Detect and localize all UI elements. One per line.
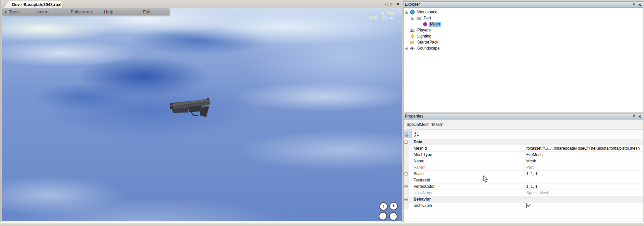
prop-row-textureid: TextureId [404,177,643,183]
tree-item-lighting[interactable]: Lighting [405,33,432,39]
3d-viewport[interactable]: x Tools Insert Fullscreen Help... Exit 0… [2,8,402,222]
expand-icon[interactable] [405,185,408,188]
prop-name: VertexColor [409,183,525,190]
bottom-taskbar-edge [0,222,644,226]
game-menu-bar: x Tools Insert Fullscreen Help... Exit [2,8,169,15]
selected-object-label: SpecialMesh "Mesh" [404,120,643,130]
prop-name: Parent [409,164,525,171]
tab-scroll-left-icon[interactable]: ◁ [385,1,388,7]
pin-icon[interactable] [632,3,636,7]
prop-name: MeshId [409,145,525,152]
players-icon [410,28,415,33]
explorer-close-icon[interactable]: ✕ [638,2,641,7]
fps-counter: 0 fps 2009.91 ms [368,11,395,20]
prop-row-meshid: MeshId rbxasset://../../../shareddata/Ri… [404,145,643,152]
properties-title: Properties [405,114,423,119]
explorer-panel: Explorer ✕ Workspac [403,1,643,112]
tab-close-icon[interactable]: ✕ [396,1,399,7]
tree-item-label[interactable]: Workspace [416,10,438,15]
tree-item-mesh[interactable]: Mesh [418,21,441,27]
explorer-header: Explorer ✕ [403,1,643,8]
tree-item-label[interactable]: StarterPack [416,40,439,45]
properties-header: Properties ✕ [403,113,643,120]
properties-toolbar: A Z [404,130,643,139]
prop-value[interactable]: 1, 1, 1 [525,171,643,177]
soundscape-icon [410,46,415,51]
prop-value[interactable] [525,177,643,183]
alphabetical-sort-button[interactable]: A Z [413,131,420,138]
prop-row-classname: className SpecialMesh [404,190,643,196]
pin-icon[interactable] [632,115,636,119]
prop-value: Part [525,164,643,171]
prop-value [525,203,643,209]
explorer-tree: Workspace Part [403,8,643,112]
prop-row-parent: Parent Part [404,164,643,171]
document-tab[interactable]: Dev - Baseplate2048.rbxl [4,1,63,8]
properties-panel: Properties ✕ SpecialMesh "Mesh" [403,113,643,222]
tree-item-label[interactable]: Part [423,16,432,21]
prop-row-name: Name Mesh [404,158,643,164]
prop-name: TextureId [409,177,525,183]
starterpack-icon [410,40,415,45]
part-icon [416,16,421,21]
lighting-icon [410,34,415,39]
prop-name: Scale [409,171,525,177]
prop-value[interactable]: rbxasset://../../../shareddata/RiseOfThe… [525,145,643,152]
category-label: Data [409,139,525,145]
zoom-out-button[interactable]: − [389,212,397,221]
prop-value[interactable]: FileMesh [525,152,643,158]
tree-item-label[interactable]: Mesh [429,22,441,27]
expand-icon[interactable] [405,47,408,50]
menu-item-exit[interactable]: Exit [143,8,151,15]
zoom-in-button[interactable]: + [389,202,398,210]
tree-item-players[interactable]: Players [405,27,432,33]
menu-item-fullscreen[interactable]: Fullscreen [71,8,92,15]
prop-name: className [409,190,525,196]
category-behavior[interactable]: Behavior [404,196,643,203]
camera-down-button[interactable]: ↓ [379,212,387,220]
menu-close-icon[interactable]: x [5,8,7,15]
tab-controls: ◁ ▷ ✕ [383,1,401,7]
explorer-title: Explorer [405,2,420,7]
expand-icon[interactable] [411,17,414,20]
category-data[interactable]: Data [404,139,643,145]
mouse-cursor [483,175,488,183]
tree-item-part[interactable]: Part [411,15,432,21]
roblox-studio-screen: Dev - Baseplate2048.rbxl ◁ ▷ ✕ x Tools I… [0,0,644,226]
expand-icon[interactable] [405,172,408,175]
menu-item-tools[interactable]: Tools [9,8,20,15]
prop-value[interactable]: Mesh [525,158,643,164]
prop-name: Name [409,158,525,164]
camera-controls: ↑ + ↓ − [377,202,400,222]
archivable-checkbox[interactable] [526,203,527,208]
fps-value: 0 fps [368,11,395,16]
categorized-view-button[interactable] [405,131,412,138]
pistol-mesh[interactable] [168,97,213,118]
camera-up-button[interactable]: ↑ [379,202,388,211]
tree-item-label[interactable]: Soundscape [416,46,441,51]
prop-name: archivable [409,203,525,209]
tree-item-label[interactable]: Lighting [416,34,432,39]
prop-row-meshtype: MeshType FileMesh [404,152,643,158]
prop-value: SpecialMesh [525,190,643,196]
collapse-icon[interactable] [405,198,408,201]
document-tab-title: Dev - Baseplate2048.rbxl [12,2,61,7]
collapse-icon[interactable] [405,141,408,144]
tree-item-starterpack[interactable]: StarterPack [405,39,439,45]
tree-item-workspace[interactable]: Workspace [405,9,438,15]
prop-name: MeshType [409,152,525,158]
properties-close-icon[interactable]: ✕ [638,114,641,119]
tab-scroll-right-icon[interactable]: ▷ [390,1,393,7]
prop-value[interactable]: 1, 1, 1 [525,183,643,190]
menu-item-insert[interactable]: Insert [37,8,49,15]
svg-text:Z: Z [414,134,416,137]
frametime-value: 2009.91 ms [368,16,395,20]
tree-item-label[interactable]: Players [416,28,432,33]
game-window: Dev - Baseplate2048.rbxl ◁ ▷ ✕ x Tools I… [0,0,402,222]
menu-item-help[interactable]: Help... [104,8,117,15]
tree-item-soundscape[interactable]: Soundscape [405,45,441,51]
expand-icon[interactable] [405,11,408,14]
prop-row-scale: Scale 1, 1, 1 [404,171,643,177]
category-label: Behavior [409,196,525,203]
document-tabstrip: Dev - Baseplate2048.rbxl ◁ ▷ ✕ [1,0,402,8]
